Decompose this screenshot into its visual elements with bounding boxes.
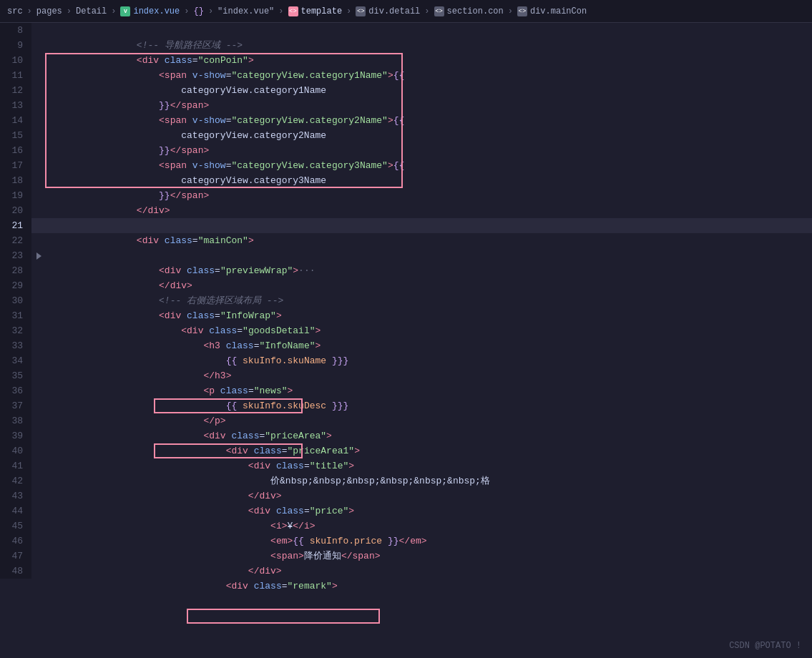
code-content-9: <div class="conPoin"> [46, 38, 812, 53]
line-num-40: 40 [0, 443, 31, 458]
code-content-46: <span>降价通知</span> [46, 534, 812, 549]
code-content-30: <div class="InfoWrap"> [46, 293, 812, 308]
code-content-36: {{ skuInfo.skuDesc }}} [46, 383, 812, 398]
arrow-47 [31, 549, 46, 564]
arrow-41 [31, 458, 46, 473]
code-content-22: <!-- 左侧放大镜区域 --> [46, 233, 812, 248]
bc-sep-2: › [67, 6, 72, 16]
code-content-39: <div class="priceArea1"> [46, 428, 812, 443]
code-content-43: <div class="price"> [46, 488, 812, 504]
arrow-33 [31, 338, 46, 353]
code-content-29: <!-- 右侧选择区域布局 --> [46, 278, 812, 293]
code-content-42: </div> [46, 473, 812, 488]
line-num-30: 30 [0, 293, 31, 308]
code-line-33: 33 {{ skuInfo.skuName }}} [0, 338, 812, 353]
line-num-44: 44 [0, 504, 31, 519]
line-num-48: 48 [0, 564, 31, 579]
bc-detail[interactable]: Detail [76, 6, 107, 16]
editor-body: 8 <!-- 导航路径区域 --> 9 <div class="conPoin"… [0, 23, 812, 658]
bc-sep-7: › [346, 6, 351, 16]
code-line-48: 48 <div class="remark"> [0, 564, 812, 579]
bc-section-con[interactable]: section.con [447, 6, 504, 16]
breadcrumb: src › pages › Detail › V index.vue › {} … [0, 0, 812, 23]
arrow-12 [31, 83, 46, 98]
bc-sep-9: › [508, 6, 513, 16]
bc-sep-3: › [111, 6, 116, 16]
arrow-30 [31, 293, 46, 308]
code-content-13: <span v-show="categoryView.category2Name… [46, 98, 812, 113]
code-line-13: 13 <span v-show="categoryView.category2N… [0, 98, 812, 113]
code-content-45: <em>{{ skuInfo.price }}</em> [46, 519, 812, 534]
code-editor[interactable]: 8 <!-- 导航路径区域 --> 9 <div class="conPoin"… [0, 23, 812, 658]
line-num-45: 45 [0, 519, 31, 534]
bc-template[interactable]: template [301, 6, 343, 16]
line-num-9: 9 [0, 38, 31, 53]
code-line-29: 29 <!-- 右侧选择区域布局 --> [0, 278, 812, 293]
arrow-45 [31, 519, 46, 534]
line-num-19: 19 [0, 188, 31, 203]
arrow-44 [31, 504, 46, 519]
arrow-18 [31, 173, 46, 188]
code-content-40: <div class="title"> [46, 443, 812, 458]
code-line-39: 39 <div class="priceArea1"> [0, 428, 812, 443]
code-content-17: categoryView.category3Name [46, 158, 812, 173]
bc-div-detail[interactable]: div.detail [368, 6, 420, 16]
line-num-42: 42 [0, 473, 31, 488]
line-num-39: 39 [0, 428, 31, 443]
code-line-23: 23 <div class="previewWrap">··· [0, 248, 812, 263]
code-content-38: <div class="priceArea"> [46, 413, 812, 428]
code-line-28: 28 </div> [0, 263, 812, 278]
line-num-14: 14 [0, 113, 31, 128]
arrow-16 [31, 143, 46, 158]
code-content-31: <div class="goodsDetail"> [46, 308, 812, 323]
arrow-48 [31, 564, 46, 579]
arrow-11 [31, 68, 46, 83]
code-content-28: </div> [46, 263, 812, 278]
code-content-35: <p class="news"> [46, 368, 812, 383]
code-content-37: </p> [46, 398, 812, 413]
arrow-21 [31, 218, 46, 233]
code-line-43: 43 <div class="price"> [0, 488, 812, 504]
code-content-33: {{ skuInfo.skuName }}} [46, 338, 812, 353]
arrow-10 [31, 53, 46, 68]
arrow-31 [31, 308, 46, 323]
arrow-23[interactable] [31, 248, 46, 263]
line-num-31: 31 [0, 308, 31, 323]
vue-icon: V [120, 6, 130, 16]
code-line-34: 34 </h3> [0, 353, 812, 368]
code-content-19: </div> [46, 188, 812, 203]
line-num-10: 10 [0, 53, 31, 68]
red-box-price [187, 609, 380, 624]
arrow-34 [31, 353, 46, 368]
bc-braces: {} [193, 6, 203, 16]
bc-pages[interactable]: pages [36, 6, 62, 16]
bc-index-vue[interactable]: index.vue [133, 6, 180, 16]
line-num-17: 17 [0, 158, 31, 173]
bc-div-maincon[interactable]: div.mainCon [530, 6, 587, 16]
code-line-10: 10 <span v-show="categoryView.category1N… [0, 53, 812, 68]
line-num-16: 16 [0, 143, 31, 158]
code-line-38: 38 <div class="priceArea"> [0, 413, 812, 428]
arrow-35 [31, 368, 46, 383]
arrow-29 [31, 278, 46, 293]
code-content-14: categoryView.category2Name [46, 113, 812, 128]
line-num-33: 33 [0, 338, 31, 353]
arrow-32 [31, 323, 46, 338]
arrow-42 [31, 473, 46, 488]
arrow-15 [31, 128, 46, 143]
arrow-20 [31, 203, 46, 218]
code-content-32: <h3 class="InfoName"> [46, 323, 812, 338]
bc-src[interactable]: src [7, 6, 23, 16]
bc-index-vue-2[interactable]: "index.vue" [217, 6, 274, 16]
code-line-30: 30 <div class="InfoWrap"> [0, 293, 812, 308]
code-line-18: 18 }}</span> [0, 173, 812, 188]
code-line-41: 41 价&nbsp;&nbsp;&nbsp;&nbsp;&nbsp;&nbsp;… [0, 458, 812, 473]
code-line-37: 37 </p> [0, 398, 812, 413]
fold-triangle-23[interactable] [36, 252, 41, 260]
arrow-17 [31, 158, 46, 173]
line-num-21: 21 [0, 218, 31, 233]
arrow-14 [31, 113, 46, 128]
code-content-48: <div class="remark"> [46, 564, 812, 579]
line-num-36: 36 [0, 383, 31, 398]
code-line-9: 9 <div class="conPoin"> [0, 38, 812, 53]
